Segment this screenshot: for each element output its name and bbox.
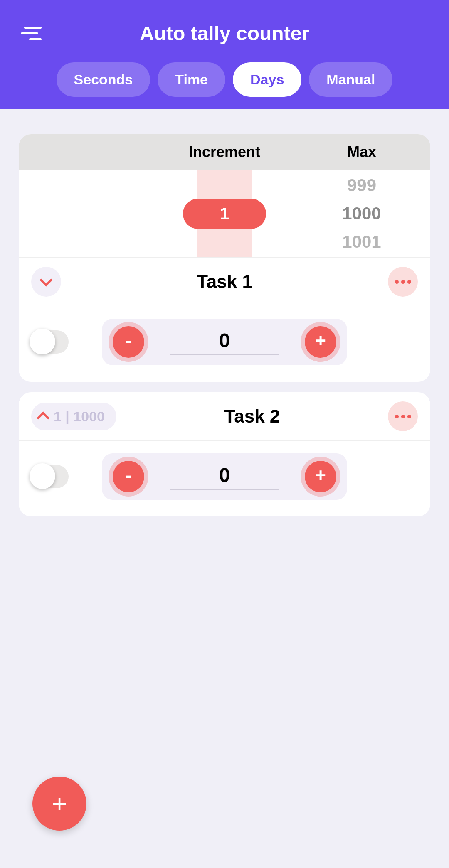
tab-seconds[interactable]: Seconds bbox=[57, 62, 150, 97]
mode-tabs: Seconds Time Days Manual bbox=[12, 62, 437, 97]
max-option-above[interactable]: 999 bbox=[347, 175, 376, 195]
chevron-down-icon bbox=[39, 273, 52, 286]
value-picker[interactable]: 1 2 999 1000 1001 bbox=[19, 170, 430, 257]
chevron-up-icon bbox=[37, 411, 49, 424]
increment-selected[interactable]: 1 bbox=[183, 199, 266, 229]
page-title: Auto tally counter bbox=[12, 22, 437, 45]
tab-days[interactable]: Days bbox=[233, 62, 301, 97]
task-1-toggle[interactable] bbox=[31, 330, 69, 354]
task-2-more-button[interactable] bbox=[388, 401, 418, 431]
max-header: Max bbox=[293, 143, 430, 161]
task-1-count[interactable]: 0 bbox=[144, 329, 305, 354]
task-2-counter: - 0 + bbox=[102, 453, 347, 500]
add-task-fab[interactable]: + bbox=[32, 777, 86, 831]
task-1-counter: - 0 + bbox=[102, 319, 347, 365]
task-1-increment-button[interactable]: + bbox=[305, 326, 336, 358]
increment-option-below[interactable]: 2 bbox=[220, 235, 229, 254]
task-2-decrement-button[interactable]: - bbox=[113, 461, 144, 492]
menu-icon[interactable] bbox=[21, 23, 42, 44]
collapse-toggle-task-2[interactable]: 1 | 1000 bbox=[31, 403, 116, 430]
increment-header: Increment bbox=[156, 143, 293, 161]
task-1-decrement-button[interactable]: - bbox=[113, 326, 144, 358]
max-selected[interactable]: 1000 bbox=[342, 204, 381, 224]
plus-icon: + bbox=[52, 791, 67, 816]
collapse-toggle-task-1[interactable] bbox=[31, 267, 61, 297]
task-1-more-button[interactable] bbox=[388, 267, 418, 297]
task-1-card: Increment Max 1 2 999 1000 1001 Task 1 bbox=[19, 134, 430, 382]
task-2-card: 1 | 1000 Task 2 - 0 + bbox=[19, 392, 430, 516]
task-2-toggle[interactable] bbox=[31, 465, 69, 488]
task-2-name: Task 2 bbox=[116, 406, 388, 427]
task-1-name: Task 1 bbox=[61, 271, 388, 292]
tab-time[interactable]: Time bbox=[158, 62, 225, 97]
task-2-badge: 1 | 1000 bbox=[54, 408, 105, 425]
max-option-below[interactable]: 1001 bbox=[342, 232, 381, 252]
tab-manual[interactable]: Manual bbox=[309, 62, 392, 97]
task-2-count[interactable]: 0 bbox=[144, 464, 305, 489]
task-2-increment-button[interactable]: + bbox=[305, 461, 336, 492]
